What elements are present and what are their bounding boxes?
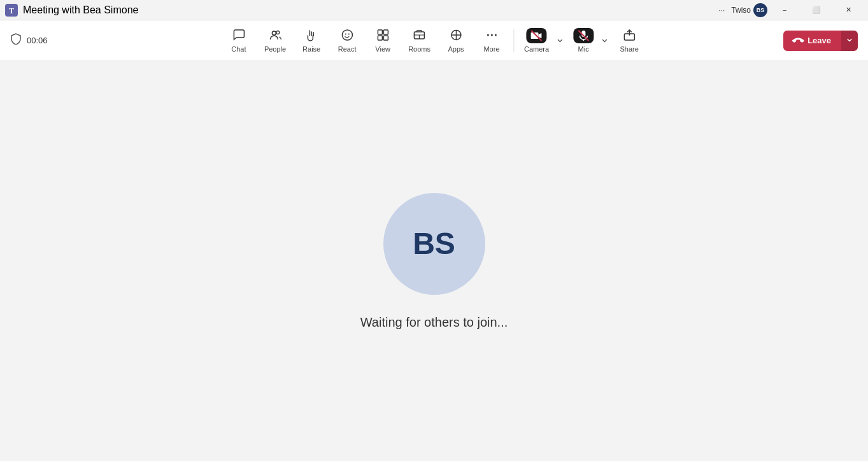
mic-button[interactable]: Mic [568,24,599,57]
svg-text:T: T [9,6,14,15]
people-button[interactable]: People [258,25,292,57]
waiting-text: Waiting for others to join... [360,315,508,330]
svg-point-4 [342,30,352,40]
rooms-icon [413,29,426,43]
svg-point-19 [494,34,496,36]
mic-control: Mic [568,24,610,57]
leave-button[interactable]: Leave [783,31,841,51]
svg-point-5 [345,33,346,34]
maximize-button[interactable]: ⬜ [802,0,831,20]
svg-point-6 [348,33,350,34]
svg-point-18 [490,34,492,36]
title-bar-left: T Meeting with Bea Simone [5,4,138,17]
mic-label: Mic [578,45,589,53]
react-button[interactable]: React [331,25,364,57]
camera-control: Camera [519,24,566,57]
camera-label: Camera [524,45,549,53]
raise-button[interactable]: Raise [295,25,328,57]
timer: 00:06 [27,36,48,45]
people-icon [269,29,281,43]
react-label: React [338,45,357,53]
svg-rect-7 [378,30,382,34]
camera-chevron-icon [557,38,563,44]
window-title: Meeting with Bea Simone [23,4,138,16]
share-icon [623,29,636,43]
svg-point-17 [487,34,488,36]
raise-label: Raise [302,45,320,53]
chat-label: Chat [231,45,246,53]
chat-button[interactable]: Chat [222,25,255,57]
rooms-button[interactable]: Rooms [402,25,437,57]
apps-label: Apps [448,45,464,53]
title-bar-right: ··· Twiso BS − ⬜ ✕ [718,0,863,20]
chat-icon [232,29,245,43]
toolbar-left: 00:06 [10,33,48,48]
mic-chevron-icon [601,38,608,44]
apps-icon [450,29,462,43]
toolbar: 00:06 Chat People [0,20,868,61]
raise-icon [305,29,318,43]
main-content: BS Waiting for others to join... [0,61,868,461]
apps-button[interactable]: Apps [439,25,473,57]
react-icon [341,29,353,43]
toolbar-center: Chat People Raise [222,24,646,57]
view-button[interactable]: View [366,25,399,57]
leave-chevron-icon [846,37,853,43]
people-label: People [264,45,286,53]
close-button[interactable]: ✕ [834,0,863,20]
svg-rect-9 [378,36,382,40]
view-label: View [375,45,390,53]
title-bar: T Meeting with Bea Simone ··· Twiso BS −… [0,0,868,20]
minimize-button[interactable]: − [770,0,799,20]
title-username: Twiso [731,6,751,15]
svg-rect-10 [383,36,388,40]
camera-button[interactable]: Camera [519,24,554,57]
share-label: Share [620,45,638,53]
security-icon [10,33,22,48]
teams-logo-icon: T [5,4,18,17]
more-label: More [483,45,499,53]
avatar-initials: BS [413,226,455,261]
view-icon [376,29,389,43]
user-avatar-small: BS [753,3,767,17]
toolbar-divider [513,29,514,52]
leave-button-group: Leave [783,31,858,51]
camera-off-icon [527,28,547,43]
share-button[interactable]: Share [613,25,646,57]
more-icon [485,29,498,43]
toolbar-right: Leave [783,31,858,51]
title-dots: ··· [718,6,725,15]
leave-label: Leave [808,36,831,45]
svg-point-3 [276,31,280,34]
mic-off-icon [573,28,594,43]
svg-rect-8 [383,30,388,34]
svg-point-2 [272,31,276,35]
participant-avatar: BS [383,193,485,295]
mic-chevron-button[interactable] [599,24,610,57]
leave-chevron-button[interactable] [841,31,858,51]
rooms-label: Rooms [408,45,430,53]
more-button[interactable]: More [475,25,508,57]
camera-chevron-button[interactable] [554,24,566,57]
phone-icon [792,33,806,48]
